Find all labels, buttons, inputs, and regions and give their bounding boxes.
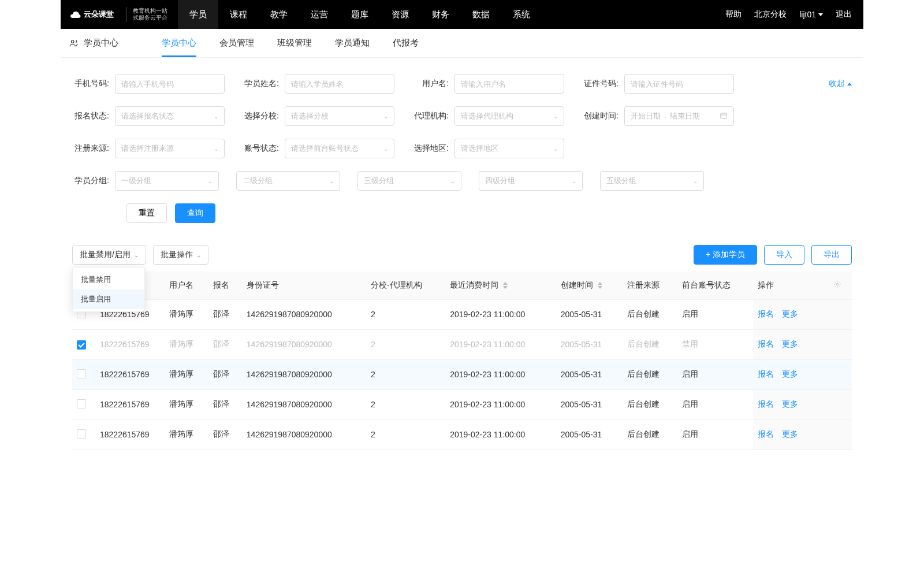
cell-last-spend: 2019-02-23 11:00:00	[445, 359, 556, 389]
subnav-tab-0[interactable]: 学员中心	[162, 29, 196, 57]
add-student-button[interactable]: + 添加学员	[694, 245, 757, 265]
created-label: 创建时间:	[582, 111, 619, 121]
cell-signup: 邵泽	[208, 359, 242, 389]
row-checkbox[interactable]	[77, 369, 86, 378]
brand-logo: 云朵课堂 教育机构一站 式服务云平台	[61, 0, 178, 29]
import-button[interactable]: 导入	[764, 245, 804, 265]
col-last-spend[interactable]: 最近消费时间	[445, 272, 556, 299]
signup-status-select[interactable]: 请选择报名状态⌄	[115, 106, 225, 126]
phone-input[interactable]	[115, 74, 225, 94]
caret-down-icon	[818, 13, 823, 16]
cell-ops: 报名更多	[753, 299, 829, 329]
acct-status-select[interactable]: 请选择前台账号状态⌄	[285, 139, 394, 158]
col-status[interactable]: 前台账号状态	[677, 272, 753, 299]
group3-select[interactable]: 三级分组⌄	[357, 171, 461, 191]
row-more-link[interactable]: 更多	[782, 339, 798, 348]
cell-username: 潘筠厚	[165, 359, 208, 389]
bulk-enable-item[interactable]: 批量启用	[73, 289, 144, 309]
row-signup-link[interactable]: 报名	[758, 429, 774, 439]
row-more-link[interactable]: 更多	[782, 429, 798, 439]
cell-last-spend: 2019-02-23 11:00:00	[445, 419, 556, 450]
sub-nav-bar: 学员中心 学员中心会员管理班级管理学员通知代报考	[61, 29, 863, 58]
row-checkbox[interactable]	[77, 429, 86, 439]
row-signup-link[interactable]: 报名	[758, 339, 774, 348]
bulk-toggle-menu: 批量禁用 批量启用	[72, 267, 145, 312]
col-idno[interactable]: 身份证号	[242, 272, 366, 299]
bulk-ops-label: 批量操作	[161, 250, 193, 260]
col-branch[interactable]: 分校-代理机构	[366, 272, 445, 299]
group4-select[interactable]: 四级分组⌄	[479, 171, 583, 191]
bulk-disable-item[interactable]: 批量禁用	[73, 270, 144, 289]
export-button[interactable]: 导出	[811, 245, 852, 265]
row-more-link[interactable]: 更多	[782, 309, 798, 318]
nav-item-1[interactable]: 课程	[218, 0, 259, 29]
idno-input[interactable]	[624, 74, 734, 94]
row-more-link[interactable]: 更多	[782, 369, 798, 378]
cell-source: 后台创建	[623, 299, 677, 329]
cell-last-spend: 2019-02-23 11:00:00	[445, 329, 556, 359]
created-date-range[interactable]: 开始日期 - 结束日期	[624, 106, 734, 126]
row-checkbox[interactable]	[77, 340, 86, 350]
bulk-toggle-dropdown[interactable]: 批量禁用/启用 ⌄	[72, 245, 146, 265]
col-source[interactable]: 注册来源	[623, 272, 677, 299]
cell-signup: 邵泽	[208, 419, 242, 450]
help-link[interactable]: 帮助	[725, 9, 742, 20]
cell-status: 启用	[677, 419, 753, 450]
subnav-tab-1[interactable]: 会员管理	[219, 29, 254, 57]
subnav-tab-3[interactable]: 学员通知	[335, 29, 370, 57]
svg-point-2	[836, 284, 839, 286]
cell-source: 后台创建	[623, 359, 677, 389]
nav-item-8[interactable]: 系统	[501, 0, 542, 29]
name-input[interactable]	[285, 74, 394, 94]
nav-item-0[interactable]: 学员	[178, 0, 218, 29]
branch-select[interactable]: 请选择分校⌄	[285, 106, 394, 126]
username-input[interactable]	[454, 74, 564, 94]
branch-switch[interactable]: 北京分校	[754, 9, 787, 20]
cell-created: 2005-05-31	[556, 299, 623, 329]
subnav-tab-4[interactable]: 代报考	[393, 29, 419, 57]
col-ops: 操作	[753, 272, 829, 299]
row-checkbox[interactable]	[77, 399, 86, 408]
search-button[interactable]: 查询	[175, 203, 215, 223]
reset-button[interactable]: 重置	[126, 203, 167, 223]
filter-panel: 手机号码: 学员姓名: 用户名: 证件号码: 收起 报名状态:	[61, 58, 863, 242]
user-menu[interactable]: lijt01	[799, 10, 823, 19]
row-signup-link[interactable]: 报名	[758, 369, 774, 378]
nav-item-7[interactable]: 数据	[461, 0, 501, 29]
agent-label: 代理机构:	[412, 111, 449, 121]
col-signup[interactable]: 报名	[208, 272, 242, 299]
nav-item-3[interactable]: 运营	[299, 0, 340, 29]
logout-link[interactable]: 退出	[836, 9, 852, 20]
phone-label: 手机号码:	[72, 79, 109, 89]
nav-item-2[interactable]: 教学	[259, 0, 299, 29]
area-select[interactable]: 请选择地区⌄	[454, 139, 564, 158]
cell-branch: 2	[366, 299, 445, 329]
cell-branch: 2	[366, 389, 445, 419]
table-row: 18222615769潘筠厚邵泽142629198708092000022019…	[72, 359, 852, 389]
column-settings[interactable]	[829, 272, 852, 299]
row-signup-link[interactable]: 报名	[758, 399, 774, 408]
username-label: 用户名:	[412, 79, 449, 89]
nav-item-6[interactable]: 财务	[420, 0, 461, 29]
row-more-link[interactable]: 更多	[782, 399, 798, 408]
subnav-tab-2[interactable]: 班级管理	[277, 29, 312, 57]
primary-nav: 学员课程教学运营题库资源财务数据系统	[178, 0, 542, 29]
col-created[interactable]: 创建时间	[556, 272, 623, 299]
nav-item-4[interactable]: 题库	[340, 0, 380, 29]
group1-select[interactable]: 一级分组⌄	[115, 171, 219, 191]
sort-icon[interactable]	[598, 282, 602, 289]
group2-select[interactable]: 二级分组⌄	[236, 171, 340, 191]
table-toolbar: 批量禁用/启用 ⌄ 批量禁用 批量启用 批量操作 ⌄ + 添加学员 导入 导出	[61, 242, 863, 272]
col-username[interactable]: 用户名	[165, 272, 208, 299]
collapse-filters[interactable]: 收起	[829, 79, 852, 89]
row-signup-link[interactable]: 报名	[758, 309, 774, 318]
cell-created: 2005-05-31	[556, 329, 623, 359]
students-table: 用户名 报名 身份证号 分校-代理机构 最近消费时间 创建时间 注册来源 前台账…	[72, 272, 852, 450]
group5-select[interactable]: 五级分组⌄	[600, 171, 704, 191]
nav-item-5[interactable]: 资源	[380, 0, 420, 29]
sort-icon[interactable]	[503, 282, 508, 289]
agent-select[interactable]: 请选择代理机构⌄	[454, 106, 564, 126]
bulk-ops-dropdown[interactable]: 批量操作 ⌄	[153, 245, 208, 265]
cell-last-spend: 2019-02-23 11:00:00	[445, 299, 556, 329]
reg-source-select[interactable]: 请选择注册来源⌄	[115, 139, 225, 158]
